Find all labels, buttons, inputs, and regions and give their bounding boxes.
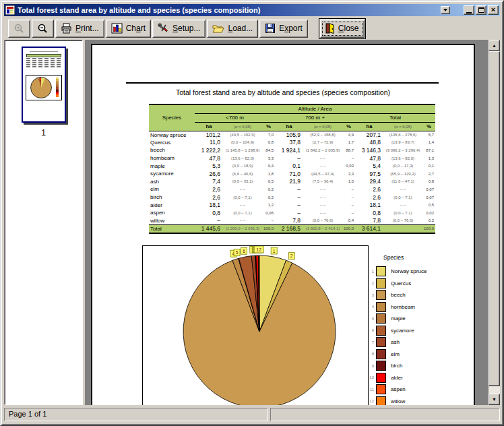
- titlebar[interactable]: Total forest stand area by altitude and …: [4, 4, 500, 16]
- zoom-out-button[interactable]: [32, 20, 54, 38]
- total-cell: Total: [149, 224, 195, 233]
- legend-item: 3beech: [367, 290, 472, 300]
- header-group-total: Total: [355, 113, 435, 122]
- table-cell: –: [275, 154, 303, 162]
- subheader-ha: ha: [275, 122, 303, 131]
- vertical-scrollbar[interactable]: ▲ ▼: [489, 40, 500, 405]
- table-cell: 26,6: [195, 170, 223, 178]
- legend-number: 3: [367, 293, 374, 297]
- table-cell: –: [275, 209, 303, 217]
- thumbnail-page-number: 1: [5, 128, 82, 138]
- table-cell: 1,8: [262, 170, 275, 178]
- export-button[interactable]: Export: [259, 20, 308, 38]
- page-thumbnail[interactable]: [22, 47, 66, 123]
- table-cell: 0,8: [355, 209, 383, 217]
- legend-number: 12: [367, 399, 374, 403]
- legend-number: 10: [367, 375, 374, 379]
- table-cell: – –: [223, 217, 262, 225]
- table-cell: 3,3: [342, 170, 355, 178]
- total-cell: 100,0: [422, 224, 435, 233]
- table-cell: 1 924,1: [275, 146, 303, 154]
- svg-text:12: 12: [256, 247, 261, 252]
- titlebar-dropdown-button[interactable]: [441, 6, 450, 14]
- chart-label: Chart: [126, 24, 146, 33]
- magnifier-plus-icon: [13, 23, 25, 34]
- table-cell: –: [262, 217, 275, 225]
- table-cell: – –: [303, 185, 342, 193]
- table-cell: –: [342, 193, 355, 202]
- scroll-down-button[interactable]: ▼: [489, 394, 500, 405]
- door-icon: [325, 23, 335, 34]
- total-cell: (1 200,0 – 1 691,3): [223, 224, 262, 233]
- table-cell: 0,1: [275, 162, 303, 170]
- legend-swatch: [376, 337, 386, 347]
- table-cell: 1 222,2: [195, 146, 223, 154]
- statusbar: Page 1 of 1: [4, 408, 500, 421]
- setup-label: Setup...: [172, 24, 200, 33]
- magnifier-minus-icon: [37, 23, 49, 34]
- table-cell: (49,5 – 152,9): [223, 131, 262, 139]
- total-cell: (1 922,8 – 2 414,1): [303, 224, 342, 233]
- table-cell: 1,0: [342, 178, 355, 186]
- table-cell: 5,7: [422, 131, 435, 139]
- close-window-button[interactable]: ×: [488, 5, 499, 15]
- legend-label: aspen: [391, 386, 406, 392]
- scrollbar-thumb[interactable]: [489, 51, 500, 386]
- table-row: aspen0,8(0,0 – 7,1)0,06–– ––0,8(0,0 – 7,…: [149, 209, 435, 217]
- table-cell: 0,07: [422, 193, 435, 202]
- status-panel-secondary: [270, 408, 500, 421]
- tools-icon: [158, 23, 169, 34]
- table-cell: (0,0 – 76,6): [303, 217, 342, 225]
- minimize-button[interactable]: [464, 5, 474, 15]
- chart-button[interactable]: Chart: [106, 20, 151, 38]
- legend-item: 6sycamore: [367, 326, 472, 336]
- table-cell: –: [342, 154, 355, 162]
- table-cell: 2,6: [195, 193, 223, 202]
- legend-item: 8elm: [367, 349, 472, 359]
- scroll-up-button[interactable]: ▲: [489, 40, 500, 51]
- table-cell: (0,0 – 104,9): [223, 139, 262, 147]
- table-cell: – –: [223, 201, 262, 209]
- zoom-in-button[interactable]: [8, 20, 30, 38]
- table-cell: 29,4: [355, 178, 383, 186]
- table-cell: –: [275, 201, 303, 209]
- maximize-button[interactable]: [476, 5, 486, 15]
- subheader-ci: (α = 0,05): [383, 122, 422, 131]
- app-window: Total forest stand area by altitude and …: [0, 0, 504, 426]
- table-cell: (13,6 – 82,0): [223, 154, 262, 162]
- table-row: ash7,4(0,0 – 33,1)0,521,9(7,5 – 36,4)1,0…: [149, 178, 435, 186]
- pie-slice-label: 1: [271, 247, 277, 254]
- close-label: Close: [338, 24, 359, 33]
- table-cell: 7,4: [195, 178, 223, 186]
- table-cell: 4,9: [342, 131, 355, 139]
- preview-viewport: Total forest stand area by altitude and …: [85, 40, 489, 405]
- setup-button[interactable]: Setup...: [152, 20, 206, 38]
- legend-label: elm: [391, 351, 400, 357]
- thumb-pie: [30, 77, 52, 98]
- table-cell: 0,4: [262, 162, 275, 170]
- report-title: Total forest stand area by altitude and …: [92, 88, 474, 96]
- app-icon: [5, 5, 15, 15]
- pie-chart: 123456789101112: [143, 246, 369, 405]
- table-cell: 207,1: [355, 131, 383, 139]
- pie-chart-frame: 123456789101112: [142, 245, 369, 405]
- close-button[interactable]: Close: [320, 20, 365, 38]
- legend-swatch: [376, 266, 386, 276]
- print-button[interactable]: Print...: [55, 20, 104, 38]
- total-cell: 100,0: [262, 224, 275, 233]
- table-cell: 0,07: [422, 185, 435, 193]
- subheader-pct: %: [262, 122, 275, 131]
- load-button[interactable]: Load...: [207, 20, 258, 38]
- floppy-disk-icon: [265, 23, 276, 34]
- thumb-legend: [56, 78, 59, 97]
- table-cell: 71,0: [275, 170, 303, 178]
- table-cell: 0,8: [422, 178, 435, 186]
- table-cell: Quercus: [149, 139, 195, 147]
- legend-item: 5maple: [367, 313, 472, 324]
- table-cell: (0,0 – 17,3): [383, 162, 422, 170]
- main-area: 1 Total forest stand area by altitude an…: [4, 40, 500, 405]
- header-group-below-700: <700 m: [195, 113, 275, 122]
- table-cell: 97,5: [355, 170, 383, 178]
- table-cell: 3,3: [262, 154, 275, 162]
- table-cell: elm: [149, 185, 195, 193]
